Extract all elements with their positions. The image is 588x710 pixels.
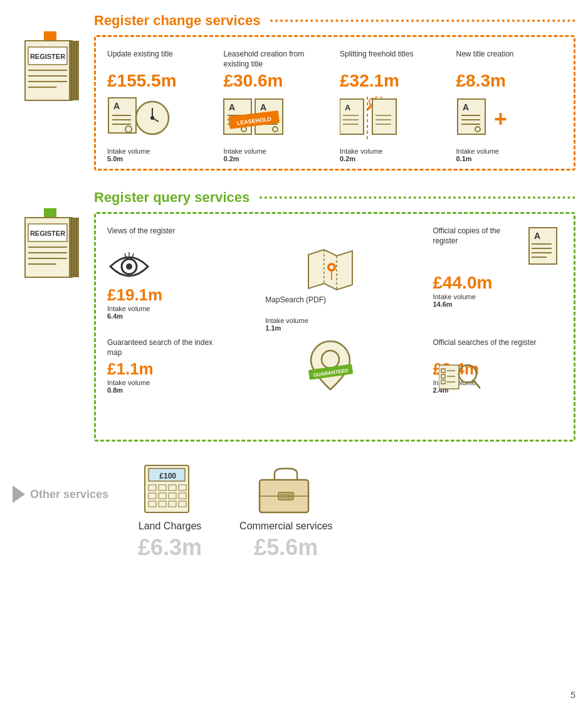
- query-map-intake-label: Intake volume: [265, 317, 395, 324]
- change-services-box: Update existing title £155.5m A: [94, 35, 575, 171]
- query-item-map: MapSearch (PDF) Intake volume 1.1m: [260, 245, 400, 332]
- svg-rect-46: [372, 99, 396, 134]
- svg-rect-104: [149, 493, 156, 499]
- other-service-land-charges: £100: [138, 460, 202, 561]
- change-service-amount-3: £8.3m: [456, 71, 563, 91]
- page: REGISTER Register change services Update…: [0, 0, 588, 710]
- register-book-icon: REGISTER: [19, 31, 88, 115]
- svg-text:REGISTER: REGISTER: [30, 53, 65, 60]
- query-guaranteed-intake-label: Intake volume: [107, 379, 228, 386]
- query-copies-icon: A: [528, 226, 562, 273]
- change-service-item-2: Splitting freehold titles £32.1m A: [335, 50, 451, 162]
- land-charges-label: Land Charges: [138, 521, 202, 532]
- other-service-commercial: Commercial services £5.6m: [239, 460, 332, 561]
- other-services-title: Other services: [30, 488, 108, 501]
- query-services-title: Register query services: [94, 189, 249, 206]
- query-searches-label: Official searches of the register: [433, 338, 562, 358]
- svg-rect-103: [179, 485, 186, 490]
- other-services-triangle: [13, 485, 25, 503]
- query-views-label: Views of the register: [107, 226, 228, 246]
- change-service-amount-0: £155.5m: [107, 71, 214, 91]
- section-other: Other services £100: [13, 460, 575, 561]
- query-map-intake-value: 1.1m: [265, 324, 395, 332]
- change-services-title: Register change services: [94, 13, 260, 29]
- query-row-1: Views of the register: [102, 226, 567, 332]
- change-header-dots: [270, 19, 575, 22]
- change-service-item-3: New title creation £8.3m A +: [451, 50, 568, 162]
- change-service-amount-1: £30.6m: [224, 71, 330, 91]
- land-charges-icon: £100: [138, 460, 202, 517]
- change-services-grid: Update existing title £155.5m A: [102, 50, 567, 162]
- query-guaranteed-amount: £1.1m: [107, 359, 228, 379]
- section-change: REGISTER Register change services Update…: [13, 13, 575, 171]
- svg-point-78: [330, 265, 333, 269]
- change-service-icon-2: A: [340, 93, 446, 144]
- svg-text:A: A: [345, 103, 351, 112]
- query-copies-intake-value: 14.6m: [433, 300, 562, 308]
- query-copies-intake-label: Intake volume: [433, 293, 562, 300]
- land-charges-amount: £6.3m: [138, 534, 202, 561]
- svg-text:A: A: [463, 102, 469, 112]
- svg-point-21: [150, 116, 154, 120]
- register-book-icon-2: REGISTER: [19, 208, 88, 292]
- change-service-icon-1: A A: [224, 93, 330, 144]
- query-row-2: Guaranteed search of the index map £1.1m…: [102, 338, 567, 433]
- query-item-guaranteed: Guaranteed search of the index map £1.1m…: [102, 338, 233, 394]
- change-service-label-3: New title creation: [456, 50, 563, 70]
- svg-rect-100: [149, 485, 156, 490]
- query-map-icon: [265, 245, 395, 295]
- change-intake-label-1: Intake volume: [224, 147, 330, 155]
- svg-text:+: +: [494, 106, 507, 132]
- change-service-label-0: Update existing title: [107, 50, 214, 70]
- change-intake-label-0: Intake volume: [107, 147, 214, 155]
- svg-rect-106: [169, 493, 176, 499]
- svg-point-70: [126, 263, 132, 270]
- change-service-amount-2: £32.1m: [340, 71, 446, 91]
- svg-rect-102: [169, 485, 176, 490]
- svg-rect-50: [458, 99, 485, 134]
- svg-line-71: [125, 253, 126, 257]
- query-item-views: Views of the register: [102, 226, 233, 320]
- change-services-header: Register change services: [94, 13, 575, 29]
- change-intake-value-0: 5.0m: [107, 155, 214, 162]
- svg-rect-36: [340, 99, 364, 134]
- searches-icon: [433, 396, 562, 433]
- query-services-header: Register query services: [94, 189, 575, 206]
- commercial-icon: [239, 460, 332, 517]
- query-views-amount: £19.1m: [107, 285, 228, 305]
- guaranteed-pin-icon: GUARANTEED: [302, 338, 359, 395]
- change-service-icon-0: A: [107, 93, 214, 144]
- query-header-dots: [260, 196, 575, 199]
- change-intake-label-2: Intake volume: [340, 147, 446, 155]
- change-service-item-0: Update existing title £155.5m A: [102, 50, 219, 162]
- svg-text:A: A: [534, 231, 540, 241]
- commercial-label: Commercial services: [239, 521, 332, 532]
- svg-rect-105: [159, 493, 166, 499]
- svg-rect-107: [179, 493, 186, 499]
- svg-rect-101: [159, 485, 166, 490]
- change-intake-value-3: 0.1m: [456, 155, 563, 162]
- query-copies-top: Official copies of the register A: [433, 226, 562, 273]
- query-map-label: MapSearch (PDF): [265, 295, 395, 315]
- query-item-copies: Official copies of the register A: [428, 226, 567, 308]
- svg-text:A: A: [113, 101, 120, 111]
- query-views-icon: [107, 248, 228, 285]
- query-guaranteed-label: Guaranteed search of the index map: [107, 338, 228, 358]
- other-services-items: £100: [138, 460, 333, 561]
- query-guaranteed-icon-col: GUARANTEED: [260, 338, 400, 395]
- change-service-label-2: Splitting freehold titles: [340, 50, 446, 70]
- change-intake-value-2: 0.2m: [340, 155, 446, 162]
- change-service-item-1: Leasehold creation from existing title £…: [219, 50, 335, 162]
- commercial-amount: £5.6m: [239, 534, 332, 561]
- svg-rect-79: [529, 228, 557, 264]
- svg-text:REGISTER: REGISTER: [30, 230, 65, 237]
- query-guaranteed-intake-value: 0.8m: [107, 386, 228, 394]
- svg-text:A: A: [229, 102, 235, 112]
- svg-text:£100: £100: [159, 472, 176, 480]
- svg-text:A: A: [260, 102, 266, 112]
- change-intake-value-1: 0.2m: [224, 155, 330, 162]
- other-label-wrapper: Other services: [13, 460, 138, 503]
- svg-line-73: [132, 253, 134, 257]
- page-number: 5: [570, 690, 575, 700]
- change-service-label-1: Leasehold creation from existing title: [224, 50, 330, 70]
